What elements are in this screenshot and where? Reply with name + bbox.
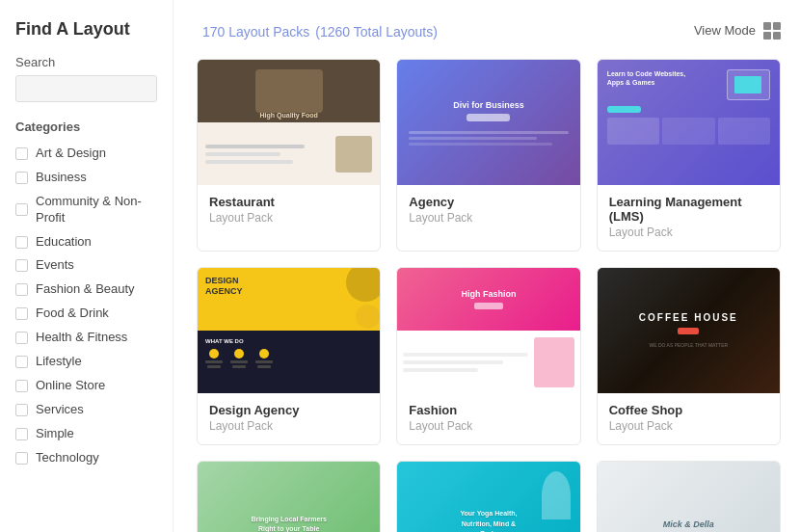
layout-card-restaurant[interactable]: High Quality Food Restaurant Layout Pack xyxy=(197,59,381,252)
category-checkbox-health-fitness[interactable] xyxy=(15,332,28,344)
card-subtitle-fashion: Layout Pack xyxy=(409,419,568,433)
layout-packs-title: 170 Layout Packs(1260 Total Layouts) xyxy=(197,19,438,40)
card-info-coffee-shop: Coffee Shop Layout Pack xyxy=(598,393,780,444)
sidebar-category-technology[interactable]: Technology xyxy=(15,446,157,470)
category-label-art-design: Art & Design xyxy=(36,146,106,162)
card-image-lms: Learn to Code Websites,Apps & Games xyxy=(598,60,780,185)
view-mode-toggle[interactable]: View Mode xyxy=(694,22,781,40)
title-text: 170 Layout Packs xyxy=(202,24,309,40)
card-title-agency: Agency xyxy=(409,195,568,209)
category-checkbox-education[interactable] xyxy=(15,236,28,249)
layout-card-agency[interactable]: Divi for Business Agency Layout Pack xyxy=(396,59,580,252)
category-label-education: Education xyxy=(36,234,92,251)
card-image-restaurant: High Quality Food xyxy=(198,60,380,185)
sidebar-category-art-design[interactable]: Art & Design xyxy=(15,142,157,166)
layout-card-lms[interactable]: Learn to Code Websites,Apps & Games Lear… xyxy=(597,59,781,252)
sidebar-category-business[interactable]: Business xyxy=(15,166,157,190)
sidebar-category-online-store[interactable]: Online Store xyxy=(15,374,157,398)
card-subtitle-design-agency: Layout Pack xyxy=(209,419,368,433)
category-checkbox-events[interactable] xyxy=(15,259,28,272)
categories-list: Art & Design Business Community & Non-Pr… xyxy=(15,142,157,469)
card-subtitle-lms: Layout Pack xyxy=(609,226,768,239)
sidebar-category-simple[interactable]: Simple xyxy=(15,422,157,446)
card-image-design-agency: DESIGNAGENCY WHAT WE DO xyxy=(198,268,380,393)
layout-card-farm[interactable]: Bringing Local FarmersRight to your Tabl… xyxy=(197,461,381,532)
card-image-coffee-shop: COFFEE HOUSE WE DO AS PEOPLE THAT MATTER xyxy=(598,268,780,393)
card-image-yoga: Your Yoga Health,Nutrition, Mind &Body xyxy=(397,462,579,532)
main-title-area: 170 Layout Packs(1260 Total Layouts) xyxy=(197,19,438,41)
category-label-online-store: Online Store xyxy=(36,378,105,394)
sidebar-category-fashion-beauty[interactable]: Fashion & Beauty xyxy=(15,278,157,302)
category-label-community-non-profit: Community & Non-Profit xyxy=(36,194,157,226)
layout-grid: High Quality Food Restaurant Layout Pack… xyxy=(197,59,781,532)
sidebar-title: Find A Layout xyxy=(15,19,157,40)
search-input[interactable] xyxy=(15,75,157,102)
card-image-mick-della: Mick & Della xyxy=(598,462,780,532)
category-label-simple: Simple xyxy=(36,426,74,442)
category-checkbox-online-store[interactable] xyxy=(15,380,28,392)
sidebar-category-food-drink[interactable]: Food & Drink xyxy=(15,302,157,326)
category-checkbox-business[interactable] xyxy=(15,172,28,184)
card-title-restaurant: Restaurant xyxy=(209,195,368,209)
sidebar-category-community-non-profit[interactable]: Community & Non-Profit xyxy=(15,190,157,230)
card-info-fashion: Fashion Layout Pack xyxy=(397,393,579,444)
sidebar: Find A Layout Search Categories Art & De… xyxy=(0,0,173,532)
view-mode-label: View Mode xyxy=(694,23,756,38)
card-image-fashion: High Fashion xyxy=(397,268,579,393)
card-subtitle-restaurant: Layout Pack xyxy=(209,211,368,225)
categories-label: Categories xyxy=(15,120,157,134)
card-info-restaurant: Restaurant Layout Pack xyxy=(198,185,380,236)
category-checkbox-lifestyle[interactable] xyxy=(15,356,28,368)
category-checkbox-simple[interactable] xyxy=(15,428,28,440)
category-label-food-drink: Food & Drink xyxy=(36,306,109,322)
sidebar-category-lifestyle[interactable]: Lifestyle xyxy=(15,350,157,374)
sidebar-category-services[interactable]: Services xyxy=(15,398,157,422)
card-subtitle-coffee-shop: Layout Pack xyxy=(609,419,768,433)
category-checkbox-food-drink[interactable] xyxy=(15,307,28,320)
card-info-design-agency: Design Agency Layout Pack xyxy=(198,393,380,444)
category-label-health-fitness: Health & Fitness xyxy=(36,330,127,346)
category-label-lifestyle: Lifestyle xyxy=(36,354,82,370)
card-title-lms: Learning Management (LMS) xyxy=(609,195,768,224)
category-checkbox-technology[interactable] xyxy=(15,452,28,465)
layout-card-design-agency[interactable]: DESIGNAGENCY WHAT WE DO xyxy=(197,267,381,445)
category-label-technology: Technology xyxy=(36,450,99,466)
category-checkbox-services[interactable] xyxy=(15,404,28,416)
layout-card-coffee-shop[interactable]: COFFEE HOUSE WE DO AS PEOPLE THAT MATTER… xyxy=(597,267,781,445)
category-checkbox-fashion-beauty[interactable] xyxy=(15,283,28,296)
category-label-fashion-beauty: Fashion & Beauty xyxy=(36,281,135,298)
search-label: Search xyxy=(15,55,157,69)
card-info-lms: Learning Management (LMS) Layout Pack xyxy=(598,185,780,251)
category-checkbox-art-design[interactable] xyxy=(15,147,28,160)
card-image-farm: Bringing Local FarmersRight to your Tabl… xyxy=(198,462,380,532)
card-subtitle-agency: Layout Pack xyxy=(409,211,568,225)
card-info-agency: Agency Layout Pack xyxy=(397,185,579,236)
main-header: 170 Layout Packs(1260 Total Layouts) Vie… xyxy=(197,19,781,41)
sidebar-category-education[interactable]: Education xyxy=(15,230,157,254)
layout-card-yoga[interactable]: Your Yoga Health,Nutrition, Mind &Body Y… xyxy=(396,461,580,532)
card-title-fashion: Fashion xyxy=(409,403,568,417)
card-title-coffee-shop: Coffee Shop xyxy=(609,403,768,417)
sidebar-category-health-fitness[interactable]: Health & Fitness xyxy=(15,326,157,350)
category-label-services: Services xyxy=(36,402,84,418)
layout-card-mick-della[interactable]: Mick & Della Mick & Della Layout Pack xyxy=(597,461,781,532)
card-title-design-agency: Design Agency xyxy=(209,403,368,417)
sidebar-category-events[interactable]: Events xyxy=(15,253,157,278)
layout-card-fashion[interactable]: High Fashion Fashion Layout Pack xyxy=(396,267,580,445)
card-image-agency: Divi for Business xyxy=(397,60,579,185)
category-label-business: Business xyxy=(36,170,87,186)
category-label-events: Events xyxy=(36,257,74,274)
category-checkbox-community-non-profit[interactable] xyxy=(15,203,28,216)
main-content: 170 Layout Packs(1260 Total Layouts) Vie… xyxy=(173,0,800,532)
subtitle-text: (1260 Total Layouts) xyxy=(315,24,438,40)
grid-view-icon xyxy=(763,22,781,40)
